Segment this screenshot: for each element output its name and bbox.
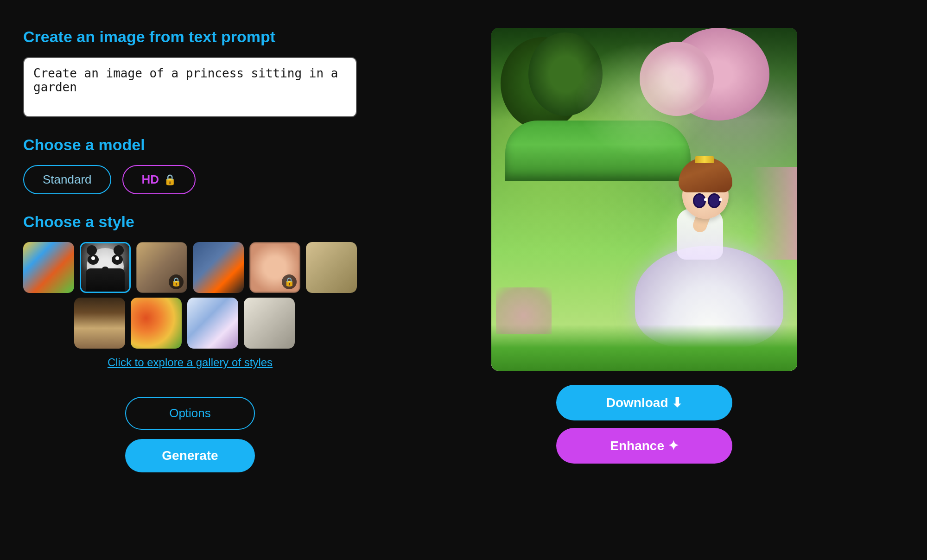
style-item-sketch[interactable] [244,298,295,349]
download-button[interactable]: Download ⬇ [556,385,732,420]
generate-button[interactable]: Generate [125,439,255,472]
hd-label: HD [142,172,159,187]
options-button[interactable]: Options [125,397,255,430]
style-item-blur2[interactable]: 🔒 [249,242,300,293]
main-layout: Create an image from text prompt Create … [23,19,904,472]
enhance-label: Enhance ✦ [610,438,678,453]
style-item-robot[interactable] [193,242,244,293]
style-item-panda[interactable] [80,242,131,293]
hd-lock-icon: 🔒 [164,174,176,186]
image-action-buttons: Download ⬇ Enhance ✦ [556,385,732,464]
style-section-title: Choose a style [23,213,357,231]
gallery-link[interactable]: Click to explore a gallery of styles [23,356,357,369]
page-title: Create an image from text prompt [23,28,357,46]
prompt-input[interactable]: Create an image of a princess sitting in… [23,57,357,117]
enhance-button[interactable]: Enhance ✦ [556,428,732,464]
style-item-vintage-car[interactable] [306,242,357,293]
style-item-dancer[interactable] [187,298,238,349]
style-item-blur1[interactable]: 🔒 [136,242,187,293]
blur1-lock-icon: 🔒 [169,274,184,289]
style-row-2 [74,298,357,349]
standard-model-button[interactable]: Standard [23,165,111,194]
style-item-portrait[interactable] [74,298,125,349]
style-grid: 🔒 🔒 [23,242,357,349]
model-buttons: Standard HD 🔒 [23,165,357,194]
hd-model-button[interactable]: HD 🔒 [122,165,196,194]
download-label: Download ⬇ [606,395,683,410]
style-section: Choose a style [23,213,357,383]
style-item-flowers[interactable] [131,298,182,349]
style-item-colorful[interactable] [23,242,74,293]
model-section-title: Choose a model [23,136,357,154]
left-panel: Create an image from text prompt Create … [23,19,357,472]
style-row-1: 🔒 🔒 [23,242,357,293]
garden-scene [491,28,797,371]
blur2-lock-icon: 🔒 [282,274,297,289]
model-section: Choose a model Standard HD 🔒 [23,136,357,194]
generated-image [491,28,797,371]
right-panel: Download ⬇ Enhance ✦ [385,19,904,464]
